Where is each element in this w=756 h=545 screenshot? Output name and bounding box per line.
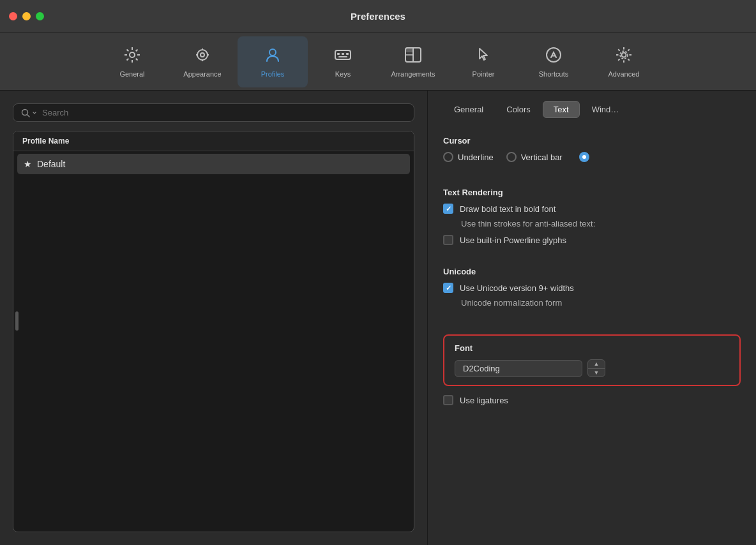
svg-point-25 — [547, 48, 561, 62]
keys-icon — [334, 46, 352, 66]
cursor-section: Cursor Underline Vertical bar — [443, 132, 741, 171]
cursor-section-title: Cursor — [443, 136, 741, 146]
cursor-underline[interactable]: Underline — [443, 152, 494, 162]
svg-line-35 — [618, 59, 619, 60]
font-size-up[interactable]: ▲ — [588, 360, 605, 369]
toolbar-item-advanced[interactable]: Advanced — [589, 36, 659, 87]
unicode-section: Unicode Use Unicode version 9+ widths Un… — [443, 263, 741, 314]
scroll-indicator — [15, 311, 19, 331]
vertical-bar-radio[interactable] — [506, 152, 517, 162]
cursor-radio-group: Underline Vertical bar — [443, 152, 741, 162]
svg-point-10 — [200, 53, 204, 57]
general-icon — [123, 46, 141, 66]
subtab-text[interactable]: Text — [543, 101, 580, 118]
font-section-title: Font — [455, 343, 729, 353]
powerline-checkbox-item[interactable]: Use built-in Powerline glyphs — [443, 235, 741, 245]
main-content: Profile Name ★ Default General Colors Te… — [0, 91, 756, 545]
toolbar-item-arrangements[interactable]: Arrangements — [378, 36, 448, 87]
appearance-icon — [193, 46, 211, 66]
unicode-section-title: Unicode — [443, 267, 741, 276]
draw-bold-checkbox-item[interactable]: Draw bold text in bold font — [443, 204, 741, 214]
svg-line-33 — [628, 59, 629, 60]
ligatures-checkbox-item[interactable]: Use ligatures — [443, 395, 741, 405]
search-icon — [21, 108, 37, 117]
svg-rect-24 — [406, 49, 412, 52]
draw-bold-label: Draw bold text in bold font — [460, 204, 556, 214]
ligatures-checkbox[interactable] — [443, 395, 453, 405]
pointer-icon — [474, 46, 492, 66]
toolbar-item-profiles[interactable]: Profiles — [238, 36, 308, 87]
close-button[interactable] — [9, 12, 17, 20]
toolbar-label-general: General — [119, 70, 144, 78]
minimize-button[interactable] — [22, 12, 31, 20]
svg-rect-18 — [342, 53, 344, 55]
search-bar — [13, 103, 414, 122]
subtabs: General Colors Text Wind… — [443, 101, 741, 118]
profile-list-container: Profile Name ★ Default — [13, 131, 414, 532]
svg-point-0 — [130, 52, 135, 57]
ligatures-label: Use ligatures — [460, 396, 508, 405]
ligatures-row: Use ligatures — [443, 395, 741, 410]
profile-list-header: Profile Name — [13, 131, 414, 151]
svg-rect-17 — [337, 53, 340, 55]
toolbar-item-keys[interactable]: Keys — [308, 36, 378, 87]
subtab-general[interactable]: General — [443, 101, 494, 118]
titlebar: Preferences — [0, 0, 756, 33]
svg-line-38 — [27, 114, 30, 117]
underline-radio[interactable] — [443, 152, 453, 162]
svg-line-34 — [628, 49, 629, 50]
text-rendering-section: Text Rendering Draw bold text in bold fo… — [443, 184, 741, 250]
arrangements-icon — [404, 46, 422, 66]
fullscreen-button[interactable] — [36, 12, 44, 20]
profile-name: Default — [37, 159, 65, 169]
shortcuts-icon — [545, 46, 563, 66]
powerline-checkbox[interactable] — [443, 235, 453, 245]
traffic-lights — [9, 12, 44, 20]
toolbar-item-shortcuts[interactable]: Shortcuts — [518, 36, 589, 87]
default-star-icon: ★ — [24, 159, 32, 169]
toolbar-item-appearance[interactable]: Appearance — [167, 36, 238, 87]
svg-rect-20 — [338, 56, 347, 57]
svg-rect-19 — [346, 53, 349, 55]
right-panel: General Colors Text Wind… Cursor Underli… — [428, 91, 756, 545]
advanced-icon — [615, 46, 633, 66]
underline-label: Underline — [458, 153, 494, 162]
subtab-colors[interactable]: Colors — [495, 101, 541, 118]
unicode-widths-checkbox-item[interactable]: Use Unicode version 9+ widths — [443, 283, 741, 293]
cursor-block-radio-item[interactable] — [579, 152, 589, 162]
toolbar-label-keys: Keys — [335, 70, 351, 78]
svg-line-5 — [127, 49, 129, 51]
toolbar-item-general[interactable]: General — [97, 36, 167, 87]
toolbar-label-pointer: Pointer — [472, 70, 495, 78]
svg-point-15 — [269, 49, 276, 56]
toolbar-label-advanced: Advanced — [609, 70, 640, 78]
unicode-normalization-label: Unicode normalization form — [461, 298, 741, 308]
svg-line-8 — [127, 58, 129, 60]
svg-line-32 — [618, 49, 619, 50]
unicode-widths-checkbox[interactable] — [443, 283, 453, 293]
font-selector: D2Coding ▲ ▼ — [455, 359, 729, 377]
powerline-label: Use built-in Powerline glyphs — [460, 235, 566, 245]
toolbar-label-appearance: Appearance — [183, 70, 221, 78]
search-input[interactable] — [42, 108, 406, 117]
font-name-display: D2Coding — [455, 360, 582, 377]
toolbar-label-profiles: Profiles — [261, 70, 285, 78]
text-rendering-title: Text Rendering — [443, 188, 741, 197]
font-stepper[interactable]: ▲ ▼ — [587, 359, 605, 377]
block-radio[interactable] — [579, 152, 589, 162]
font-size-down[interactable]: ▼ — [588, 369, 605, 377]
profile-item-default[interactable]: ★ Default — [17, 154, 410, 174]
toolbar-item-pointer[interactable]: Pointer — [448, 36, 518, 87]
left-panel: Profile Name ★ Default — [0, 91, 428, 545]
vertical-bar-label: Vertical bar — [521, 153, 563, 162]
profiles-icon — [264, 46, 282, 66]
toolbar: General Appearance Profiles — [0, 33, 756, 91]
subtab-window[interactable]: Wind… — [581, 101, 630, 118]
svg-point-27 — [622, 52, 626, 57]
toolbar-label-shortcuts: Shortcuts — [539, 70, 568, 78]
font-section: Font D2Coding ▲ ▼ — [443, 334, 741, 386]
svg-line-7 — [136, 49, 138, 51]
window-title: Preferences — [351, 11, 405, 22]
cursor-vertical-bar[interactable]: Vertical bar — [506, 152, 563, 162]
draw-bold-checkbox[interactable] — [443, 204, 453, 214]
